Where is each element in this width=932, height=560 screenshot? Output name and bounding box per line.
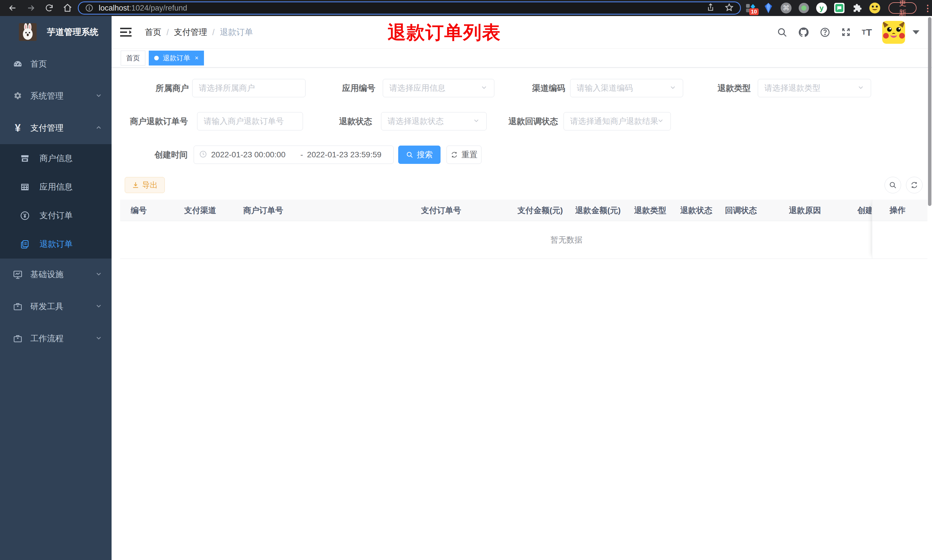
sidebar-item-payment[interactable]: ¥ 支付管理: [0, 112, 112, 144]
date-range-picker[interactable]: -: [194, 146, 394, 164]
browser-forward-button[interactable]: [25, 2, 37, 14]
user-avatar[interactable]: [882, 21, 905, 44]
reset-button-label: 重置: [461, 149, 477, 160]
main-content: 首页 / 支付管理 / 退款订单 退款订单列表: [112, 16, 932, 560]
breadcrumb-payment[interactable]: 支付管理: [174, 26, 207, 38]
briefcase-icon: [11, 334, 24, 343]
col-header-refund-status: 退款状态: [680, 200, 712, 221]
channel-select[interactable]: [570, 79, 683, 97]
extension-tabs-icon[interactable]: 10: [745, 2, 757, 14]
refund-type-select[interactable]: [758, 79, 871, 97]
refund-status-select[interactable]: [381, 112, 487, 131]
export-button-label: 导出: [142, 180, 158, 190]
extension-chat-icon[interactable]: [834, 2, 845, 14]
search-icon[interactable]: [777, 27, 787, 38]
refresh-table-button[interactable]: [906, 177, 923, 193]
document-copy-icon: [18, 239, 31, 249]
browser-reload-button[interactable]: [43, 2, 55, 14]
table-header-row: 编号 支付渠道 商户订单号 支付订单号 支付金额(元) 退款金额(元) 退款类型…: [120, 200, 927, 221]
refund-type-input[interactable]: [764, 83, 855, 93]
refund-status-input[interactable]: [388, 117, 471, 126]
yen-circle-icon: [18, 211, 31, 221]
app-logo-row[interactable]: 芋道管理系统: [0, 16, 112, 48]
col-header-id: 编号: [131, 200, 147, 221]
toggle-search-button[interactable]: [884, 177, 901, 193]
sidebar-item-label: 研发工具: [30, 301, 95, 312]
merchant-select[interactable]: [192, 79, 306, 97]
extension-command-icon[interactable]: ⌘: [780, 2, 792, 14]
callback-status-select[interactable]: [564, 112, 671, 131]
date-start-input[interactable]: [211, 150, 296, 159]
channel-input[interactable]: [577, 83, 667, 93]
url-path: :1024/pay/refund: [129, 4, 188, 12]
sidebar-item-refund-order[interactable]: 退款订单: [0, 230, 112, 258]
app-input[interactable]: [389, 83, 478, 93]
date-separator: -: [300, 150, 303, 159]
sidebar-item-merchant-info[interactable]: 商户信息: [0, 144, 112, 173]
refund-table: 编号 支付渠道 商户订单号 支付订单号 支付金额(元) 退款金额(元) 退款类型…: [120, 200, 927, 259]
browser-back-button[interactable]: [7, 2, 18, 14]
bookmark-star-icon[interactable]: [724, 3, 734, 13]
chevron-down-icon: [472, 117, 480, 126]
date-end-input[interactable]: [307, 150, 392, 159]
sidebar-item-label: 商户信息: [40, 153, 73, 164]
reset-button[interactable]: 重置: [446, 146, 481, 164]
extension-badge: 10: [749, 8, 759, 15]
app-window: 芋道管理系统 首页 系统管理 ¥ 支付管理: [0, 16, 932, 560]
address-bar[interactable]: localhost:1024/pay/refund: [78, 2, 741, 15]
chevron-down-icon: [669, 84, 677, 92]
help-icon[interactable]: [820, 27, 830, 38]
chevron-down-icon: [657, 117, 664, 126]
sidebar-item-label: 基础设施: [30, 269, 95, 280]
site-info-icon[interactable]: [85, 4, 94, 12]
col-header-callback-status: 回调状态: [725, 200, 757, 221]
col-header-refund-amount: 退款金额(元): [575, 200, 621, 221]
merchant-refund-no-input[interactable]: [204, 117, 296, 126]
github-icon[interactable]: [798, 26, 809, 38]
sidebar-collapse-icon[interactable]: [120, 26, 132, 38]
sidebar-item-label: 支付管理: [30, 122, 95, 134]
tag-close-icon[interactable]: ×: [195, 54, 198, 62]
search-button[interactable]: 搜索: [398, 146, 441, 164]
export-button[interactable]: 导出: [125, 177, 165, 193]
yen-icon: ¥: [11, 123, 24, 133]
extension-y-icon[interactable]: y: [816, 2, 827, 14]
table-grid-icon: [18, 182, 31, 192]
sidebar-item-workflow[interactable]: 工作流程: [0, 323, 112, 355]
shop-icon: [18, 154, 31, 163]
briefcase-icon: [11, 302, 24, 311]
sidebar-item-dev-tools[interactable]: 研发工具: [0, 291, 112, 323]
merchant-input[interactable]: [199, 83, 299, 93]
tag-home[interactable]: 首页: [121, 51, 145, 66]
browser-home-button[interactable]: [62, 2, 73, 14]
extension-gem-icon[interactable]: [763, 2, 774, 14]
table-body: 暂无数据: [120, 221, 927, 259]
avatar-caret-icon[interactable]: [912, 30, 920, 34]
extension-record-icon[interactable]: [798, 2, 810, 14]
merchant-refund-no-field[interactable]: [197, 112, 303, 131]
sidebar-item-infrastructure[interactable]: 基础设施: [0, 258, 112, 291]
url-text: localhost:1024/pay/refund: [99, 4, 701, 12]
extensions-row: 10 ⌘ y 更新 ⋮: [741, 0, 932, 16]
col-header-pay-amount: 支付金额(元): [517, 200, 563, 221]
breadcrumb-home[interactable]: 首页: [145, 26, 161, 38]
sidebar-item-pay-order[interactable]: 支付订单: [0, 202, 112, 230]
callback-status-input[interactable]: [570, 117, 662, 126]
extensions-puzzle-icon[interactable]: [851, 2, 863, 14]
page-scrollbar-thumb[interactable]: [928, 17, 931, 206]
col-header-pay-channel: 支付渠道: [184, 200, 216, 221]
sidebar-item-home[interactable]: 首页: [0, 48, 112, 80]
sidebar-item-app-info[interactable]: 应用信息: [0, 173, 112, 202]
monitor-chart-icon: [11, 269, 24, 280]
dashboard-icon: [11, 59, 24, 69]
app-select[interactable]: [383, 79, 494, 97]
sidebar-item-label: 系统管理: [30, 91, 95, 102]
share-icon[interactable]: [706, 3, 715, 13]
browser-update-button[interactable]: 更新: [889, 2, 917, 14]
sidebar-item-system[interactable]: 系统管理: [0, 80, 112, 112]
fullscreen-icon[interactable]: [841, 27, 852, 38]
tag-refund-order[interactable]: 退款订单 ×: [149, 51, 204, 66]
font-size-icon[interactable]: TT: [862, 28, 872, 37]
browser-menu-icon[interactable]: ⋮: [923, 3, 932, 13]
extension-smiley-avatar[interactable]: [869, 2, 881, 14]
